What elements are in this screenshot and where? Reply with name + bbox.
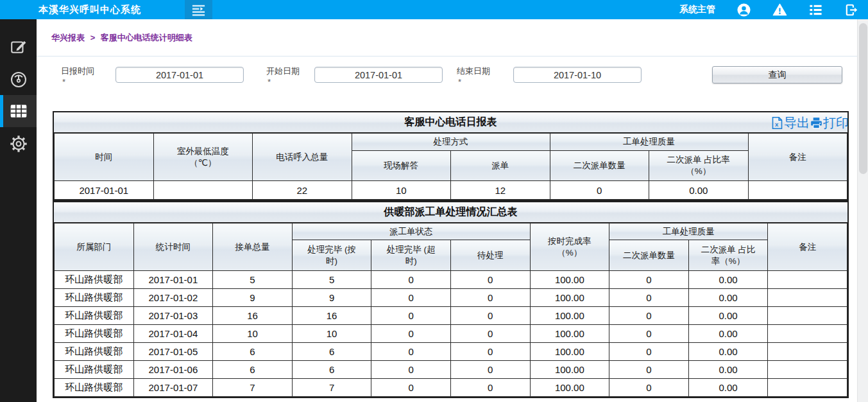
tables-area: 客服中心电话日报表 x 导出 <box>53 111 849 398</box>
query-form: 日报时间 * 开始日期 * 结束日期 * 查询 <box>37 57 868 111</box>
user-profile-icon[interactable] <box>736 3 751 17</box>
table2-cell: 环山路供暖部 <box>55 271 134 289</box>
sidebar-item-dashboard[interactable] <box>0 64 37 96</box>
table2-cell: 2017-01-03 <box>133 307 213 325</box>
table1-cell: 12 <box>451 181 550 200</box>
table1-cell: 22 <box>253 181 352 200</box>
table2-cell <box>768 325 847 343</box>
table1-cell <box>748 181 847 200</box>
heating-summary-table-block: 供暖部派工单处理情况汇总表 所属部门 统计时间 接单总量 派工单状态 按时完成率… <box>53 201 849 398</box>
table2-title-bar: 供暖部派工单处理情况汇总表 <box>54 202 847 223</box>
breadcrumb: 华兴报表 > 客服中心电话统计明细表 <box>51 32 192 44</box>
col-header: 按时完成率 （%） <box>530 223 609 271</box>
col-header: 电话呼入总量 <box>253 134 352 181</box>
export-button[interactable]: x 导出 <box>770 116 810 130</box>
table2-row: 环山路供暖部2017-01-066600100.0000.00 <box>55 361 847 379</box>
required-asterisk: * <box>457 76 490 87</box>
table2-cell: 2017-01-07 <box>133 379 213 397</box>
end-date-label: 结束日期 * <box>457 66 490 87</box>
col-header: 统计时间 <box>133 223 213 271</box>
required-asterisk: * <box>61 76 94 87</box>
table1-row: 2017-01-0122101200.00 <box>55 181 847 200</box>
daily-date-input[interactable] <box>115 67 244 83</box>
heating-summary-table: 所属部门 统计时间 接单总量 派工单状态 按时完成率 （%） 工单处理质量 备注… <box>54 223 847 397</box>
vertical-scrollbar <box>857 19 868 402</box>
menu-toggle-button[interactable] <box>185 0 212 19</box>
col-group-header: 工单处理质量 <box>550 134 748 151</box>
table2-cell: 0 <box>450 361 530 379</box>
table2-cell: 0 <box>371 379 451 397</box>
table2-cell: 环山路供暖部 <box>55 325 134 343</box>
edit-icon <box>10 37 28 55</box>
table2-cell: 0 <box>450 289 530 307</box>
hamburger-icon <box>191 3 206 17</box>
table2-cell: 0 <box>609 343 689 361</box>
table2-cell: 5 <box>213 271 293 289</box>
table2-cell: 6 <box>213 343 293 361</box>
left-sidebar <box>0 19 37 402</box>
svg-text:x: x <box>775 120 779 127</box>
table2-cell: 7 <box>213 379 293 397</box>
table2-row: 环山路供暖部2017-01-077700100.0000.00 <box>55 379 847 397</box>
table2-cell: 0.00 <box>688 361 768 379</box>
table2-cell: 100.00 <box>530 289 609 307</box>
col-header: 接单总量 <box>213 223 293 271</box>
table2-cell: 环山路供暖部 <box>55 361 134 379</box>
table2-cell: 6 <box>292 361 371 379</box>
query-button[interactable]: 查询 <box>712 66 842 83</box>
table2-cell: 0.00 <box>688 289 768 307</box>
table2-cell: 2017-01-01 <box>133 271 213 289</box>
table2-cell <box>768 289 847 307</box>
table2-cell: 100.00 <box>530 325 609 343</box>
table1-cell <box>153 181 253 200</box>
end-date-input[interactable] <box>513 67 642 83</box>
table2-cell: 0.00 <box>688 325 768 343</box>
col-header: 备注 <box>748 134 847 181</box>
daily-date-label: 日报时间 * <box>61 66 94 87</box>
col-header: 二次派单 占比 率（%） <box>688 240 768 271</box>
task-list-icon[interactable] <box>808 3 823 17</box>
logout-icon[interactable] <box>844 3 859 17</box>
table2-row: 环山路供暖部2017-01-04101000100.0000.00 <box>55 325 847 343</box>
table2-cell: 9 <box>292 289 371 307</box>
table2-cell: 环山路供暖部 <box>55 289 134 307</box>
table2-row: 环山路供暖部2017-01-015500100.0000.00 <box>55 271 847 289</box>
table1-cell: 2017-01-01 <box>55 181 154 200</box>
daily-report-table-block: 客服中心电话日报表 x 导出 <box>53 111 849 201</box>
table2-cell: 100.00 <box>530 379 609 397</box>
table1-title-bar: 客服中心电话日报表 x 导出 <box>54 112 847 133</box>
col-header: 室外最低温度 （℃） <box>153 134 253 181</box>
table1-title: 客服中心电话日报表 <box>405 116 497 129</box>
table2-cell <box>768 343 847 361</box>
table2-cell: 2017-01-05 <box>133 343 213 361</box>
table2-cell <box>768 271 847 289</box>
col-header: 待处理 <box>450 240 530 271</box>
start-date-input[interactable] <box>314 67 443 83</box>
table2-cell: 0 <box>371 343 451 361</box>
table-tools: x 导出 打印 <box>770 112 849 133</box>
sidebar-item-reports[interactable] <box>0 95 37 127</box>
breadcrumb-parent[interactable]: 华兴报表 <box>51 33 85 42</box>
sidebar-item-edit[interactable] <box>0 30 37 62</box>
col-group-header: 派工单状态 <box>292 223 530 240</box>
table2-cell: 5 <box>292 271 371 289</box>
table2-cell: 100.00 <box>530 271 609 289</box>
sidebar-item-settings[interactable] <box>0 128 37 160</box>
printer-icon <box>810 116 823 130</box>
table2-cell: 0 <box>450 343 530 361</box>
table2-cell: 0 <box>609 325 689 343</box>
breadcrumb-separator: > <box>90 33 96 42</box>
current-user-label[interactable]: 系统主管 <box>679 4 715 15</box>
main-content: 华兴报表 > 客服中心电话统计明细表 日报时间 * 开始日期 * 结束日期 * … <box>37 19 868 402</box>
table1-cell: 10 <box>352 181 451 200</box>
table2-cell: 100.00 <box>530 343 609 361</box>
alert-warning-icon[interactable] <box>772 3 787 17</box>
table2-row: 环山路供暖部2017-01-056600100.0000.00 <box>55 343 847 361</box>
table2-cell: 16 <box>213 307 293 325</box>
print-button[interactable]: 打印 <box>810 116 849 130</box>
table2-cell <box>768 361 847 379</box>
scrollbar-thumb[interactable] <box>859 23 867 174</box>
table2-cell: 0 <box>371 307 451 325</box>
table2-cell: 环山路供暖部 <box>55 343 134 361</box>
breadcrumb-bar: 华兴报表 > 客服中心电话统计明细表 <box>37 19 868 57</box>
